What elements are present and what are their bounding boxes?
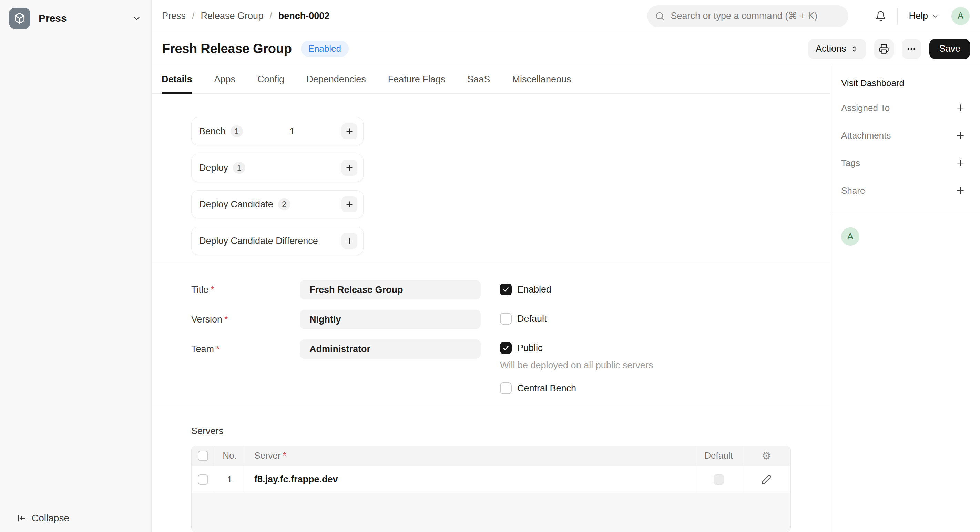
servers-section-label: Servers [191, 426, 830, 437]
public-checkbox[interactable] [500, 342, 512, 354]
content-row: Details Apps Config Dependencies Feature… [152, 65, 980, 532]
tab-bar: Details Apps Config Dependencies Feature… [152, 65, 830, 94]
bench-count-badge: 1 [231, 125, 243, 137]
central-bench-label: Central Bench [517, 383, 576, 394]
breadcrumb-separator: / [269, 11, 272, 21]
row-number: 1 [227, 474, 232, 485]
search-icon [655, 11, 665, 21]
more-options-button[interactable] [902, 39, 921, 59]
tab-config[interactable]: Config [258, 65, 284, 94]
tab-saas[interactable]: SaaS [467, 65, 490, 94]
add-assignment-button[interactable] [955, 103, 966, 113]
tab-apps[interactable]: Apps [214, 65, 236, 94]
servers-table-header: No. Server* Default ⚙ [192, 446, 791, 466]
required-mark: * [224, 314, 228, 325]
version-row: Version* [191, 310, 481, 329]
visit-dashboard-link[interactable]: Visit Dashboard [841, 78, 966, 89]
title-field[interactable] [300, 280, 481, 299]
collapse-icon [16, 513, 26, 523]
collapse-sidebar-button[interactable]: Collapse [0, 513, 151, 532]
actions-button[interactable]: Actions [808, 39, 866, 59]
table-settings-gear-icon[interactable]: ⚙ [762, 451, 771, 461]
add-bench-button[interactable] [342, 123, 357, 139]
page-actions: Actions Save [808, 39, 970, 59]
tags-label: Tags [841, 158, 860, 168]
servers-section: Servers No. Server* Default ⚙ 1 f8.jay.f… [152, 408, 830, 532]
title-row: Title* [191, 280, 481, 299]
deploy-count-badge: 1 [233, 162, 245, 174]
user-avatar[interactable]: A [951, 7, 970, 25]
plus-icon [345, 237, 354, 245]
add-share-button[interactable] [955, 185, 966, 196]
share-label: Share [841, 185, 865, 196]
notifications-bell-icon[interactable] [875, 11, 886, 22]
side-panel-items: Assigned To Attachments Tags [830, 94, 980, 204]
viewer-avatar[interactable]: A [841, 227, 859, 246]
document-side-panel: Visit Dashboard Assigned To Attachments … [830, 65, 980, 532]
version-field[interactable] [300, 310, 481, 329]
details-form-section: Title* Version* Team* [152, 264, 830, 408]
check-icon [502, 344, 510, 352]
add-deploy-candidate-difference-button[interactable] [342, 233, 357, 249]
servers-table-footer [192, 494, 791, 532]
breadcrumb-release-group[interactable]: Release Group [201, 11, 264, 21]
attachments-label: Attachments [841, 130, 891, 141]
public-label: Public [517, 343, 543, 354]
app-sidebar: Press Collapse [0, 0, 152, 532]
press-logo [9, 8, 30, 29]
command-search[interactable] [647, 5, 848, 27]
central-bench-checkbox[interactable] [500, 383, 512, 394]
topbar-right: Help A [848, 7, 970, 25]
tab-dependencies[interactable]: Dependencies [306, 65, 366, 94]
breadcrumb-press[interactable]: Press [162, 11, 186, 21]
deploy-candidate-card[interactable]: Deploy Candidate 2 [191, 190, 364, 218]
form-checkboxes: Enabled Default Public Will be deployed … [500, 280, 653, 408]
add-tag-button[interactable] [955, 158, 966, 168]
bench-card-value: 1 [243, 126, 342, 137]
bench-card[interactable]: Bench 1 1 [191, 117, 364, 145]
add-deploy-candidate-button[interactable] [342, 196, 357, 212]
row-default-checkbox[interactable] [714, 475, 724, 485]
edit-pencil-icon[interactable] [761, 475, 772, 485]
required-mark: * [210, 284, 214, 295]
save-button[interactable]: Save [929, 39, 970, 59]
chevron-up-down-icon [850, 45, 858, 53]
printer-icon [879, 44, 889, 54]
add-attachment-button[interactable] [955, 130, 966, 141]
help-menu[interactable]: Help [909, 11, 939, 21]
tab-feature-flags[interactable]: Feature Flags [388, 65, 445, 94]
check-icon [502, 286, 510, 293]
actions-label: Actions [816, 43, 846, 54]
workspace-switcher[interactable]: Press [0, 0, 151, 29]
deploy-candidate-difference-card-label: Deploy Candidate Difference [199, 236, 318, 246]
column-header-server: Server* [245, 446, 695, 465]
tab-details[interactable]: Details [162, 65, 192, 94]
default-checkbox[interactable] [500, 313, 512, 325]
select-all-checkbox[interactable] [198, 451, 208, 461]
plus-icon [345, 163, 354, 172]
enabled-checkbox[interactable] [500, 284, 512, 295]
add-deploy-button[interactable] [342, 160, 357, 176]
print-button[interactable] [874, 39, 894, 59]
deploy-candidate-difference-card[interactable]: Deploy Candidate Difference [191, 227, 364, 255]
plus-icon [955, 158, 966, 168]
team-label: Team* [191, 344, 300, 354]
page-header: Fresh Release Group Enabled Actions [152, 32, 980, 65]
plus-icon [955, 130, 966, 141]
server-cell[interactable]: f8.jay.fc.frappe.dev [245, 466, 695, 493]
page-title: Fresh Release Group [162, 41, 292, 56]
bench-card-label: Bench [199, 126, 226, 137]
chevron-down-icon [931, 13, 939, 20]
row-select-checkbox[interactable] [198, 475, 208, 485]
search-input[interactable] [671, 11, 841, 21]
column-header-no: No. [214, 446, 245, 465]
title-label: Title* [191, 284, 300, 295]
tab-miscellaneous[interactable]: Miscellaneous [512, 65, 571, 94]
team-field[interactable] [300, 339, 481, 359]
public-help-text: Will be deployed on all public servers [500, 360, 653, 371]
deploy-card[interactable]: Deploy 1 [191, 154, 364, 182]
main-column: Press / Release Group / bench-0002 Help [152, 0, 980, 532]
app-name: Press [38, 13, 132, 24]
public-checkbox-row: Public [500, 342, 653, 354]
status-badge: Enabled [301, 41, 349, 57]
